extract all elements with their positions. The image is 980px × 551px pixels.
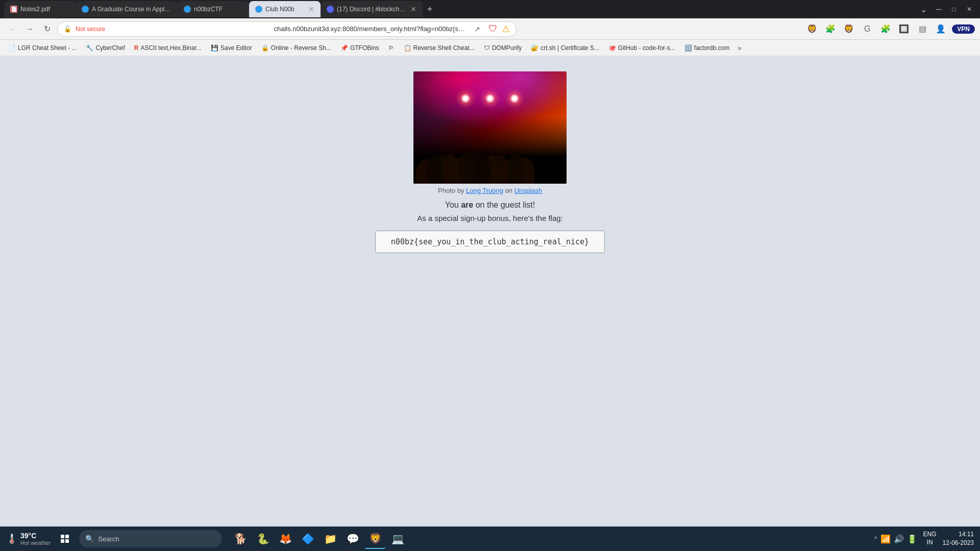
bookmark-lgr-label: LGR Cheat Sheet - ... [18,44,77,52]
bookmark-gh-label: GitHub - code-for-s... [618,44,675,52]
bookmarks-more-button[interactable]: » [734,42,745,54]
weather-temp: 39°C [20,532,51,540]
tray-battery-icon[interactable]: 🔋 [907,534,917,544]
tab-discord[interactable]: (17) Discord | #blockchain | n00bzCTF ✕ [321,1,423,17]
share-button[interactable]: ↗ [470,22,484,36]
leo-ai-icon[interactable]: 🦁 [842,22,856,36]
photo-caption: Photo by Long Truong on Unsplash [438,187,542,194]
start-icon [61,535,69,543]
maximize-button[interactable]: □ [947,3,961,16]
tab-close-club[interactable]: ✕ [308,5,314,13]
bookmark-factordb[interactable]: 🔢 factordb.com [680,43,733,53]
taskbar-apps: 🐕 🐍 🦊 🔷 📁 💬 🦁 💻 [230,529,408,549]
bookmark-gh-icon: 🐙 [608,44,616,52]
bookmark-save-label: Save Editor [220,44,252,52]
url-text: challs.n00bzunit3d.xyz:8080/members_only… [274,25,467,33]
bookmark-crt-icon: 🔐 [531,44,538,52]
bookmark-dompurify[interactable]: 🛡 DOMPurify [480,43,526,53]
extensions-icon[interactable]: 🧩 [823,22,838,36]
bookmark-crtsh[interactable]: 🔐 crt.sh | Certificate S... [527,43,603,53]
tab-label-club: Club N00b [265,6,305,13]
close-button[interactable]: ✕ [963,3,976,16]
taskbar-app-brave[interactable]: 🦁 [365,529,385,549]
bookmark-revshell2[interactable]: 📋 Reverse Shell Cheat... [400,43,479,53]
light-spot-2 [485,94,495,103]
caption-photographer-link[interactable]: Long Truong [466,187,503,194]
bookmark-gtfobins[interactable]: 📌 GTFOBins [336,43,383,53]
bookmark-cyberchef[interactable]: 🔧 CyberChef [82,43,129,53]
bookmark-ascii-label: ASCII text,Hex,Binar... [140,44,201,52]
window-controls: ⌄ — □ ✕ [917,3,976,16]
extension2-icon[interactable]: 🧩 [878,22,893,36]
profile-icon[interactable]: 👤 [934,22,948,36]
taskbar-search[interactable]: 🔍 Search [79,530,222,547]
bookmark-rs-label: Online - Reverse Sh... [271,44,331,52]
tab-favicon-crypto: 🌐 [82,6,89,13]
caption-source-link[interactable]: Unsplash [514,187,542,194]
translate-icon[interactable]: G [860,22,874,36]
tray-network-icon[interactable]: 📶 [880,534,891,544]
light-spot-1 [461,94,470,103]
bookmark-lgr[interactable]: 📄 LGR Cheat Sheet - ... [4,43,81,53]
shield-warning-icon: 🛡 [488,23,498,34]
bookmark-save-editor[interactable]: 💾 Save Editor [207,43,256,53]
reload-button[interactable]: ↻ [40,22,54,36]
bookmark-flag[interactable]: 🏳 [384,43,399,53]
tab-favicon-club: 🌐 [255,6,262,13]
bookmark-crt-label: crt.sh | Certificate S... [541,44,599,52]
tab-close-discord[interactable]: ✕ [410,5,416,13]
weather-desc: Hot weather [20,540,51,546]
bookmark-github[interactable]: 🐙 GitHub - code-for-s... [604,43,679,53]
light-spot-3 [510,94,519,103]
taskbar-app-explorer[interactable]: 📁 [320,529,340,549]
address-bar: ← → ↻ 🔓 Not secure challs.n00bzunit3d.xy… [0,18,980,40]
taskbar-right: ^ 📶 🔊 🔋 ENGIN 14:11 12-06-2023 [874,530,974,547]
sidebar-toggle[interactable]: ▤ [915,22,929,36]
bookmark-reverse-shell[interactable]: 🔒 Online - Reverse Sh... [257,43,335,53]
tab-club-n00b[interactable]: 🌐 Club N00b ✕ [249,1,321,17]
tray-expand-button[interactable]: ^ [874,535,877,542]
warning-icon: ⚠ [502,23,510,35]
taskbar-app-firefox[interactable]: 🦊 [275,529,296,549]
search-icon: 🔍 [85,535,94,543]
taskbar-app-terminal[interactable]: 💻 [387,529,408,549]
tab-list-button[interactable]: ⌄ [917,3,930,16]
crowd-svg [413,122,537,184]
start-button[interactable] [55,529,75,549]
bookmark-gtfo-icon: 📌 [340,44,348,52]
minimize-button[interactable]: — [932,3,945,16]
bookmark-factor-icon: 🔢 [684,44,692,52]
language-indicator[interactable]: ENGIN [923,531,937,546]
security-label: Not secure [76,26,268,33]
forward-button[interactable]: → [22,22,37,36]
url-bar[interactable]: 🔓 Not secure challs.n00bzunit3d.xyz:8080… [57,21,517,37]
tray-volume-icon[interactable]: 🔊 [894,534,904,544]
tab-notes-pdf[interactable]: 📄 Notes2.pdf [4,1,76,17]
weather-icon: 🌡️ [6,533,17,544]
tab-label-n00bz: n00bzCTF [194,6,243,13]
taskbar-app-scooby[interactable]: 🐕 [230,529,251,549]
bookmark-factor-label: factordb.com [694,44,729,52]
system-clock[interactable]: 14:11 12-06-2023 [943,530,974,547]
taskbar-app-whatsapp[interactable]: 💬 [342,529,363,549]
weather-info: 39°C Hot weather [20,532,51,546]
tab-n00bzctf[interactable]: 🌐 n00bzCTF [178,1,249,17]
brave-rewards-icon[interactable]: 🦁 [805,22,819,36]
clock-time: 14:11 [943,530,974,539]
tab-crypto[interactable]: 🌐 A Graduate Course in Applied Crypto... [76,1,178,17]
bookmark-revshell2-label: Reverse Shell Cheat... [413,44,475,52]
tab-label-crypto: A Graduate Course in Applied Crypto... [92,6,172,13]
guest-text: You are on the guest list! [445,201,535,210]
puzzle-icon[interactable]: 🔲 [897,22,911,36]
bookmark-ascii[interactable]: R ASCII text,Hex,Binar... [130,43,206,53]
new-tab-button[interactable]: + [423,2,437,16]
vpn-button[interactable]: VPN [952,24,975,34]
flag-box[interactable]: n00bz{see_you_in_the_club_acting_real_ni… [375,231,605,253]
back-button[interactable]: ← [5,22,19,36]
caption-prefix: Photo by [438,187,466,194]
taskbar-app-vscode[interactable]: 🔷 [298,529,318,549]
bookmarks-bar: 📄 LGR Cheat Sheet - ... 🔧 CyberChef R AS… [0,40,980,56]
taskbar-app-python[interactable]: 🐍 [253,529,273,549]
clock-date: 12-06-2023 [943,539,974,547]
light-spots [461,94,519,103]
